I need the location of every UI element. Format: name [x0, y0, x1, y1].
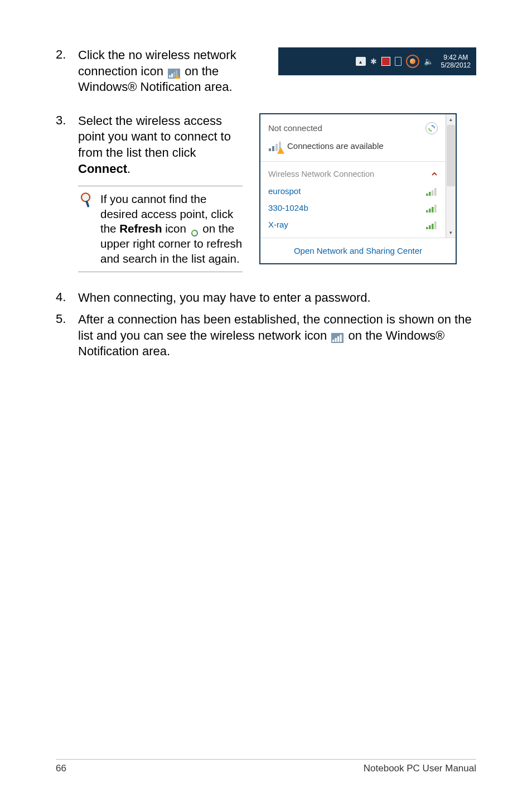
svg-rect-3 [173, 72, 175, 78]
step-2: 2. Click the no wireless network connect… [56, 47, 476, 95]
svg-rect-15 [275, 144, 278, 151]
svg-rect-17 [426, 194, 428, 196]
refresh-button[interactable] [425, 122, 438, 134]
svg-rect-24 [434, 205, 437, 212]
bars-with-warning-icon [268, 140, 283, 152]
scroll-up-button[interactable]: ▴ [446, 114, 456, 124]
list-item[interactable]: X-ray [268, 216, 438, 233]
network-name: X-ray [268, 220, 288, 229]
step-5: 5. After a connection has been establish… [56, 312, 476, 360]
scroll-track [446, 187, 456, 228]
step-number: 2. [56, 47, 78, 95]
note-b: icon [165, 222, 189, 235]
svg-rect-26 [429, 225, 431, 229]
network-list: eurospot 330-1024b [260, 182, 446, 238]
bluetooth-icon: ✱ [370, 57, 377, 66]
flyout-header: Not connected [260, 114, 446, 158]
divider [260, 161, 446, 162]
network-flyout-screenshot: Not connected [259, 113, 457, 273]
svg-rect-31 [335, 338, 337, 342]
taskbar-screenshot: ▴ ✱ 🔈 9:42 AM 5/28/2012 [278, 47, 476, 95]
signal-bars-icon [425, 203, 438, 213]
svg-rect-22 [429, 209, 431, 212]
note-box: If you cannot find the desired access po… [78, 186, 243, 272]
date: 5/28/2012 [441, 61, 471, 69]
svg-rect-33 [340, 335, 342, 342]
network-flyout: Not connected [259, 113, 457, 264]
step-text: Select the wireless access point you wan… [78, 113, 243, 177]
svg-rect-13 [269, 148, 271, 151]
network-icon [410, 59, 415, 64]
clock: 9:42 AM 5/28/2012 [441, 54, 471, 70]
page-number: 66 [56, 763, 66, 774]
time: 9:42 AM [441, 54, 471, 61]
open-network-center-link[interactable]: Open Network and Sharing Center [260, 238, 456, 263]
flyout-sub-row: Connections are available [268, 140, 438, 152]
not-connected-label: Not connected [268, 123, 322, 133]
svg-rect-32 [337, 336, 339, 342]
network-icon-circled [406, 55, 419, 68]
step-text: After a connection has been established,… [78, 312, 476, 360]
svg-rect-1 [169, 75, 171, 78]
svg-rect-30 [332, 340, 334, 342]
scroll-down-button[interactable]: ▾ [446, 228, 456, 238]
svg-rect-21 [426, 210, 428, 212]
step-text: Click the no wireless network connection… [78, 47, 267, 95]
scroll-thumb[interactable] [447, 125, 455, 186]
step-number: 5. [56, 312, 78, 360]
svg-rect-19 [432, 190, 434, 196]
note-text: If you cannot find the desired access po… [100, 192, 243, 266]
svg-rect-14 [272, 146, 274, 151]
step-number: 4. [56, 290, 78, 306]
list-item[interactable]: 330-1024b [268, 200, 438, 216]
wireless-section-label: Wireless Network Connection [268, 170, 374, 178]
svg-rect-8 [85, 201, 89, 208]
svg-rect-25 [426, 227, 428, 229]
svg-rect-20 [434, 188, 437, 196]
tray-show-hidden-icon: ▴ [356, 57, 366, 66]
network-name: eurospot [268, 186, 301, 196]
step-3-left: Select the wireless access point you wan… [78, 113, 243, 273]
refresh-bold: Refresh [119, 222, 162, 235]
scrollbar[interactable]: ▴ ▾ [446, 114, 456, 238]
chevron-up-icon [431, 171, 438, 177]
no-wireless-network-icon [168, 67, 180, 77]
signal-bars-icon [425, 220, 438, 230]
wireless-section-header[interactable]: Wireless Network Connection [260, 165, 446, 182]
connect-bold: Connect [78, 162, 127, 176]
volume-icon: 🔈 [424, 57, 433, 66]
step-text: When connecting, you may have to enter a… [78, 290, 476, 306]
network-name: 330-1024b [268, 203, 308, 212]
svg-rect-28 [434, 221, 437, 229]
flyout-status-row: Not connected [268, 122, 438, 134]
step-4: 4. When connecting, you may have to ente… [56, 290, 476, 306]
windows-taskbar: ▴ ✱ 🔈 9:42 AM 5/28/2012 [278, 47, 476, 75]
refresh-icon [191, 226, 199, 234]
magnifier-icon [78, 192, 100, 266]
action-center-flag-icon [381, 57, 390, 66]
footer-title: Notebook PC User Manual [364, 763, 476, 774]
step-number: 3. [56, 113, 78, 273]
step-3: 3. Select the wireless access point you … [56, 113, 476, 273]
connections-available-label: Connections are available [287, 141, 384, 151]
page-footer: 66 Notebook PC User Manual [56, 759, 476, 774]
battery-icon [395, 57, 402, 66]
signal-bars-icon [425, 186, 438, 196]
svg-rect-27 [432, 224, 434, 229]
svg-rect-2 [171, 74, 173, 78]
wireless-network-connected-icon [331, 331, 344, 341]
list-item[interactable]: eurospot [268, 183, 438, 200]
svg-rect-23 [432, 207, 434, 212]
step-3-text: Select the wireless access point you wan… [78, 114, 231, 160]
svg-rect-18 [429, 192, 431, 196]
svg-point-7 [83, 195, 89, 201]
step-3-tail: . [127, 162, 130, 176]
